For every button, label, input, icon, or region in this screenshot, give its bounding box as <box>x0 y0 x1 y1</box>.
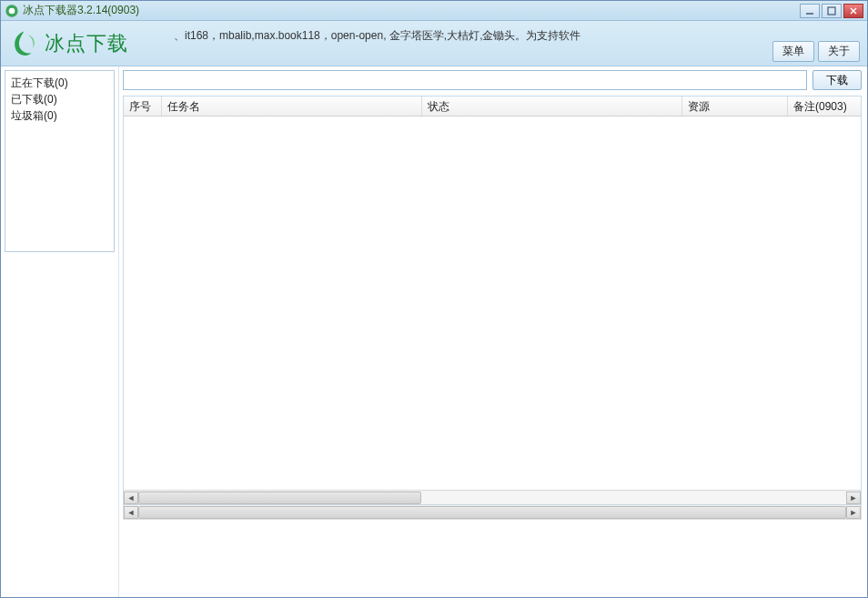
col-name[interactable]: 任务名 <box>162 96 422 116</box>
col-res[interactable]: 资源 <box>682 96 788 116</box>
sidebar: 正在下载(0) 已下载(0) 垃圾箱(0) <box>1 66 119 597</box>
scroll-left-icon[interactable]: ◄ <box>124 506 138 519</box>
app-icon <box>5 4 19 18</box>
about-button[interactable]: 关于 <box>818 41 860 62</box>
scroll-right-icon[interactable]: ► <box>846 506 861 519</box>
logo-text: 冰点下载 <box>45 30 128 57</box>
table-header: 序号 任务名 状态 资源 备注(0903) <box>124 96 861 117</box>
col-status[interactable]: 状态 <box>422 96 682 116</box>
scroll-track[interactable] <box>138 506 846 519</box>
url-input[interactable] <box>123 70 807 90</box>
minimize-button[interactable] <box>800 4 820 18</box>
titlebar: 冰点下载器3.2.14(0903) <box>1 1 867 21</box>
content: 下载 序号 任务名 状态 资源 备注(0903) ◄ ► ◄ ► <box>119 66 867 597</box>
col-note[interactable]: 备注(0903) <box>788 96 861 116</box>
download-button[interactable]: 下载 <box>812 70 862 90</box>
menu-button[interactable]: 菜单 <box>772 41 814 62</box>
col-no[interactable]: 序号 <box>124 96 162 116</box>
url-row: 下载 <box>123 70 862 90</box>
main: 正在下载(0) 已下载(0) 垃圾箱(0) 下载 序号 任务名 状态 资源 备注… <box>1 66 867 597</box>
close-button[interactable] <box>843 4 863 18</box>
window-controls <box>800 4 863 18</box>
logo: 冰点下载 <box>8 28 128 59</box>
sidebar-item-trash[interactable]: 垃圾箱(0) <box>11 107 108 124</box>
header-info-text: 、it168，mbalib,max.book118，open-open, 金字塔… <box>174 28 580 44</box>
sidebar-item-downloading[interactable]: 正在下载(0) <box>11 75 108 91</box>
scroll-left-icon[interactable]: ◄ <box>124 492 138 504</box>
scroll-track[interactable] <box>138 492 846 504</box>
task-table: 序号 任务名 状态 资源 备注(0903) ◄ ► <box>123 96 862 505</box>
scroll-thumb[interactable] <box>138 506 846 519</box>
content-hscrollbar[interactable]: ◄ ► <box>123 505 862 520</box>
svg-point-1 <box>9 7 15 14</box>
table-body: ◄ ► <box>124 117 861 504</box>
sidebar-list: 正在下载(0) 已下载(0) 垃圾箱(0) <box>5 70 115 252</box>
svg-rect-3 <box>828 7 835 15</box>
table-hscrollbar[interactable]: ◄ ► <box>124 490 861 504</box>
window-title: 冰点下载器3.2.14(0903) <box>23 3 800 18</box>
logo-icon <box>8 28 39 59</box>
header: 冰点下载 、it168，mbalib,max.book118，open-open… <box>1 21 867 66</box>
scroll-thumb[interactable] <box>138 492 421 504</box>
sidebar-item-downloaded[interactable]: 已下载(0) <box>11 91 108 107</box>
maximize-button[interactable] <box>822 4 842 18</box>
scroll-right-icon[interactable]: ► <box>846 492 861 504</box>
